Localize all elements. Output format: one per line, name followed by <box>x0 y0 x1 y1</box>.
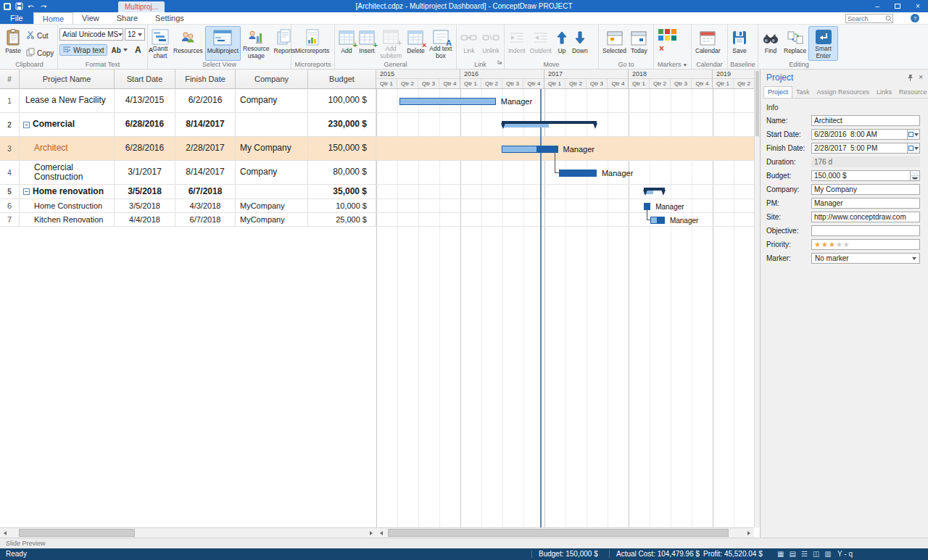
clear-marker-icon[interactable]: × <box>655 43 664 54</box>
header-project-name[interactable]: Project Name <box>20 70 115 88</box>
cell-budget[interactable]: 100,000 $ <box>308 89 376 112</box>
smart-enter-button[interactable]: Smart Enter <box>808 26 838 61</box>
cell-budget[interactable]: 150,000 $ <box>308 137 376 160</box>
finish-date-calendar-button[interactable] <box>908 143 920 154</box>
panel-tab-links[interactable]: Links <box>873 87 895 98</box>
cell-budget[interactable]: 10,000 $ <box>308 199 376 212</box>
priority-stars[interactable]: ★★★★★ <box>811 239 920 250</box>
pin-icon[interactable] <box>907 71 914 84</box>
resource-usage-view-button[interactable]: Resource usage <box>241 26 271 61</box>
view-list-icon[interactable]: ☰ <box>801 550 808 559</box>
finish-date-input[interactable] <box>811 143 908 154</box>
minimize-button[interactable]: – <box>867 0 887 12</box>
close-button[interactable]: × <box>908 0 928 12</box>
vertical-scrollbar[interactable] <box>754 70 760 527</box>
calendar-button[interactable]: Calendar <box>693 26 723 61</box>
start-date-input[interactable] <box>811 129 908 140</box>
cell-budget[interactable]: 35,000 $ <box>308 185 376 198</box>
cell-finish-date[interactable]: 8/14/2017 <box>175 113 236 136</box>
cell-company[interactable]: Company <box>236 89 308 112</box>
find-button[interactable]: Find <box>760 26 782 61</box>
vertical-scrollbar-thumb[interactable] <box>755 71 759 136</box>
help-icon[interactable]: ? <box>911 14 919 22</box>
gantt-task-bar[interactable] <box>502 146 558 153</box>
text-style-button[interactable]: Ab <box>109 45 130 56</box>
scroll-right-arrow[interactable] <box>744 528 754 538</box>
table-row[interactable]: 2 −Comercial 6/28/2016 8/14/2017 230,000… <box>0 113 376 137</box>
font-family-combo[interactable]: Arial Unicode MS <box>59 28 123 41</box>
start-date-calendar-button[interactable] <box>908 129 920 140</box>
gantt-summary-bar[interactable] <box>502 121 597 130</box>
cut-button[interactable]: Cut <box>23 29 57 42</box>
panel-tab-task[interactable]: Task <box>792 87 813 98</box>
cell-project-name[interactable]: Kitchen Renovation <box>20 213 115 226</box>
tab-share[interactable]: Share <box>108 12 146 24</box>
marker-teal[interactable] <box>671 35 676 41</box>
panel-tab-assign-resources[interactable]: Assign Resources <box>813 87 874 98</box>
marker-select[interactable]: No marker <box>811 253 920 264</box>
cell-company[interactable]: MyCompany <box>236 213 308 226</box>
cell-finish-date[interactable]: 8/14/2017 <box>175 161 236 184</box>
table-scrollbar-thumb[interactable] <box>19 529 135 537</box>
maximize-button[interactable] <box>887 0 908 12</box>
panel-tab-project[interactable]: Project <box>763 86 792 98</box>
collapse-icon[interactable]: − <box>23 122 30 128</box>
marker-green[interactable] <box>658 29 663 34</box>
header-num[interactable]: # <box>0 70 20 88</box>
table-row[interactable]: 6 Home Construction 3/5/2018 4/3/2018 My… <box>0 199 376 213</box>
objective-input[interactable] <box>811 225 920 236</box>
goto-selected-button[interactable]: Selected <box>600 26 629 61</box>
font-size-combo[interactable]: 12 <box>125 28 145 41</box>
goto-today-button[interactable]: Today <box>629 26 650 61</box>
save-baseline-button[interactable]: Save <box>729 26 750 61</box>
scroll-left-arrow[interactable] <box>0 528 10 538</box>
microreports-button[interactable]: Microreports <box>293 26 331 61</box>
tab-view[interactable]: View <box>73 12 108 24</box>
copy-button[interactable]: Copy <box>23 46 57 59</box>
cell-start-date[interactable]: 3/1/2017 <box>115 161 175 184</box>
header-start-date[interactable]: Start Date <box>115 70 175 88</box>
cell-finish-date[interactable]: 4/3/2018 <box>175 199 236 212</box>
gantt-scrollbar-thumb[interactable] <box>388 529 729 537</box>
paste-button[interactable]: Paste <box>3 26 23 61</box>
table-row-selected[interactable]: 3 Architect 6/28/2016 2/28/2017 My Compa… <box>0 137 376 161</box>
view-grid-icon[interactable]: ▦ <box>777 550 784 559</box>
gantt-body[interactable]: ManagerManagerManagerManagerManager <box>376 89 754 527</box>
move-up-button[interactable]: Up <box>554 26 570 61</box>
view-split-icon[interactable]: ◫ <box>813 550 819 559</box>
cell-company[interactable]: My Company <box>236 137 308 160</box>
budget-spinner[interactable] <box>911 170 920 181</box>
marker-red[interactable] <box>665 29 670 34</box>
cell-start-date[interactable]: 3/5/2018 <box>115 199 175 212</box>
cell-company[interactable] <box>236 113 308 136</box>
scroll-right-arrow[interactable] <box>366 528 376 538</box>
cell-project-name[interactable]: −Comercial <box>20 113 115 136</box>
table-row[interactable]: 4 Comercial Construction 3/1/2017 8/14/2… <box>0 161 376 185</box>
gantt-chart-view-button[interactable]: Gantt chart <box>149 26 171 61</box>
gantt-task-bar[interactable] <box>559 170 597 177</box>
replace-button[interactable]: Replace <box>782 26 808 61</box>
tab-home[interactable]: Home <box>33 12 73 24</box>
cell-finish-date[interactable]: 2/28/2017 <box>175 137 236 160</box>
cell-budget[interactable]: 80,000 $ <box>308 161 376 184</box>
redo-icon[interactable] <box>39 3 48 10</box>
cell-start-date[interactable]: 4/13/2015 <box>115 89 175 112</box>
gantt-task-bar[interactable] <box>399 98 495 105</box>
cell-project-name[interactable]: Comercial Construction <box>20 161 115 184</box>
add-text-box-button[interactable]: A Add text box <box>427 26 455 61</box>
header-finish-date[interactable]: Finish Date <box>175 70 236 88</box>
panel-close-icon[interactable]: × <box>919 74 923 81</box>
name-input[interactable] <box>811 115 920 126</box>
save-icon[interactable] <box>15 2 23 10</box>
collapse-icon[interactable]: − <box>23 188 30 195</box>
header-budget[interactable]: Budget <box>308 70 376 88</box>
undo-icon[interactable] <box>27 3 36 10</box>
tab-settings[interactable]: Settings <box>146 12 193 24</box>
search-input[interactable] <box>846 15 885 22</box>
cell-company[interactable]: Company <box>236 161 308 184</box>
app-icon[interactable] <box>3 2 12 11</box>
gantt-summary-bar[interactable] <box>644 188 665 196</box>
cell-project-name[interactable]: −Home renovation <box>20 185 115 198</box>
grow-font-button[interactable]: A <box>132 43 144 57</box>
scroll-left-arrow[interactable] <box>376 528 386 538</box>
